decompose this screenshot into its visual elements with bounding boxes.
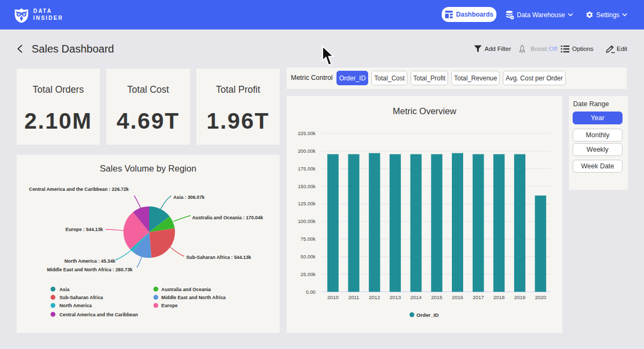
svg-text:225.00k: 225.00k [298,131,316,136]
svg-text:2015: 2015 [431,294,442,300]
svg-text:2020: 2020 [535,294,546,300]
svg-text:175.00k: 175.00k [298,166,316,172]
svg-text:2012: 2012 [369,294,380,300]
svg-text:Australia and Oceania: Australia and Oceania [162,287,211,292]
svg-text:2013: 2013 [390,294,401,300]
svg-text:25.00k: 25.00k [301,272,316,277]
svg-text:2011: 2011 [348,294,359,300]
svg-text:North America : 45.34k: North America : 45.34k [64,258,115,264]
svg-text:100.00k: 100.00k [298,219,316,224]
svg-text:125.00k: 125.00k [298,201,316,206]
svg-text:Central America and the Caribb: Central America and the Caribbean [60,312,138,317]
svg-text:Australia and Oceania : 170.04: Australia and Oceania : 170.04k [192,215,263,220]
svg-text:North America: North America [60,303,92,308]
svg-text:2018: 2018 [493,294,504,300]
svg-text:Central America and the Caribb: Central America and the Caribbean : 226.… [29,187,129,192]
svg-text:75.00k: 75.00k [301,236,316,242]
svg-text:0.00: 0.00 [306,289,316,295]
svg-text:Sub-Saharan Africa: Sub-Saharan Africa [60,295,103,300]
svg-text:Asia : 306.07k: Asia : 306.07k [173,195,204,200]
svg-text:Middle East and North Africa :: Middle East and North Africa : 260.73k [47,267,133,272]
svg-text:Asia: Asia [60,287,70,292]
svg-text:2016: 2016 [452,294,463,300]
svg-text:150.00k: 150.00k [298,184,316,189]
svg-text:Europe : 544.13k: Europe : 544.13k [65,227,103,232]
svg-text:50.00k: 50.00k [301,254,316,259]
svg-text:2017: 2017 [473,294,484,300]
svg-text:2010: 2010 [327,294,339,300]
svg-text:Order_ID: Order_ID [416,312,438,318]
svg-text:Middle East and North Africa: Middle East and North Africa [162,295,226,300]
svg-text:Sub-Saharan Africa : 544.13k: Sub-Saharan Africa : 544.13k [186,255,251,260]
svg-text:2019: 2019 [514,294,525,300]
svg-text:2014: 2014 [411,294,422,300]
svg-text:Europe: Europe [162,303,178,308]
svg-text:200.00k: 200.00k [298,148,316,154]
